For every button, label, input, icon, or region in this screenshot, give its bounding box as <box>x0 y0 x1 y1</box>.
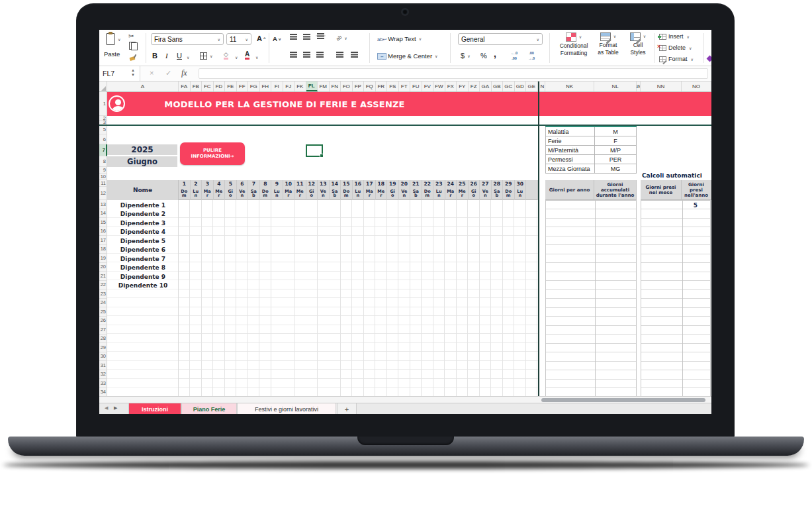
column-header-FF[interactable]: FF <box>237 81 249 91</box>
day-number-30[interactable]: 30 <box>515 180 527 187</box>
selected-cell[interactable] <box>306 144 323 157</box>
day-name-26[interactable]: Gio <box>469 187 480 200</box>
day-number-4[interactable]: 4 <box>214 180 226 187</box>
column-header-FP[interactable]: FP <box>353 81 365 91</box>
calc-block-month[interactable] <box>641 200 711 397</box>
employee-name-cell[interactable]: Dipendente 1 <box>107 201 179 210</box>
day-name-13[interactable]: Ven <box>318 187 330 200</box>
column-header-FE[interactable]: FE <box>225 81 237 91</box>
day-name-24[interactable]: Mar <box>445 187 457 200</box>
format-as-table-button[interactable]: ∨ Format as Table <box>592 32 625 56</box>
increase-decimal-button[interactable]: ←.0.00 <box>511 52 518 60</box>
chevron-down-icon[interactable]: ∨ <box>255 55 258 60</box>
column-header-FH[interactable]: FH <box>260 81 272 91</box>
month-cell[interactable]: Giugno <box>107 156 177 167</box>
column-header-FJ[interactable]: FJ <box>283 81 295 91</box>
column-header-GE[interactable]: GE <box>526 81 538 91</box>
sheet-tab-festivi-e-giorni-lavorativi[interactable]: Festivi e giorni lavorativi <box>237 403 336 414</box>
pane-split-line[interactable] <box>538 81 539 396</box>
column-header-FB[interactable]: FB <box>191 81 203 91</box>
calc-header-3[interactable]: Giorni presi nell'anno <box>682 180 711 200</box>
insert-function-button[interactable]: fx <box>181 68 187 78</box>
fill-color-button[interactable] <box>224 52 228 60</box>
day-number-21[interactable]: 21 <box>410 180 422 187</box>
cancel-icon[interactable]: × <box>150 69 154 77</box>
day-number-12[interactable]: 12 <box>306 180 318 187</box>
row-header-10[interactable]: 10 <box>99 174 107 180</box>
column-header-NK[interactable]: NK <box>545 81 594 91</box>
day-number-18[interactable]: 18 <box>376 180 388 187</box>
day-name-15[interactable]: Dom <box>341 187 353 200</box>
calc-block-year[interactable] <box>545 200 637 397</box>
column-header-FX[interactable]: FX <box>445 81 457 91</box>
day-name-7[interactable]: Sab <box>248 187 260 200</box>
day-name-2[interactable]: Lun <box>191 187 203 200</box>
column-header-FV[interactable]: FV <box>422 81 434 91</box>
day-number-27[interactable]: 27 <box>480 180 492 187</box>
sheet-tab-istruzioni[interactable]: Istruzioni <box>128 403 181 414</box>
row-header-31[interactable]: 31 <box>99 361 107 370</box>
row-header-16[interactable]: 16 <box>99 227 107 236</box>
calc-header-2[interactable]: Giorni presi nel mese <box>641 180 682 200</box>
column-header-FZ[interactable]: FZ <box>469 81 480 91</box>
day-name-14[interactable]: Sab <box>330 187 341 200</box>
column-header-A[interactable]: A <box>107 81 179 91</box>
legend-code[interactable]: F <box>595 136 636 145</box>
employee-name-cell[interactable]: Dipendente 9 <box>107 272 179 282</box>
day-number-3[interactable]: 3 <box>202 180 214 187</box>
column-header-FU[interactable]: FU <box>410 81 422 91</box>
legend-label[interactable]: Malattia <box>546 127 595 136</box>
row-header-18[interactable]: 18 <box>99 245 107 254</box>
clear-info-button[interactable]: PULIRE INFORMAZIONI→ <box>180 142 245 165</box>
day-name-21[interactable]: Sab <box>410 187 422 200</box>
legend-code[interactable]: PER <box>595 155 636 164</box>
calc-header-1[interactable]: Giorni accumulati durante l'anno <box>594 180 637 200</box>
day-number-13[interactable]: 13 <box>318 180 330 187</box>
day-number-29[interactable]: 29 <box>503 180 515 187</box>
column-header-N[interactable]: N <box>540 81 545 91</box>
column-header-GD[interactable]: GD <box>515 81 527 91</box>
borders-button[interactable]: ∨ <box>200 52 212 60</box>
column-header-NL[interactable]: NL <box>594 81 637 91</box>
day-number-23[interactable]: 23 <box>433 180 445 187</box>
insert-cells-button[interactable]: Insert∨ <box>659 33 690 40</box>
day-number-8[interactable]: 8 <box>260 180 272 187</box>
day-name-23[interactable]: Lun <box>433 187 445 200</box>
enter-icon[interactable]: ✓ <box>165 69 171 78</box>
paste-label[interactable]: Paste <box>104 50 120 58</box>
day-name-6[interactable]: Ven <box>237 187 249 200</box>
delete-cells-button[interactable]: Delete∨ <box>659 44 692 51</box>
tab-scroll-right-icon[interactable]: ▶ <box>114 405 117 411</box>
day-number-7[interactable]: 7 <box>248 180 260 187</box>
row-header-21[interactable]: 21 <box>99 272 107 281</box>
grow-font-button[interactable]: A <box>257 34 265 42</box>
employee-name-cell[interactable]: Dipendente 6 <box>107 246 179 255</box>
day-number-19[interactable]: 19 <box>387 180 399 187</box>
column-header-FW[interactable]: FW <box>433 81 445 91</box>
column-header-FM[interactable]: FM <box>318 81 330 91</box>
column-header-FC[interactable]: FC <box>202 81 214 91</box>
merge-center-button[interactable]: Merge & Center ∨ <box>377 52 437 60</box>
day-name-19[interactable]: Gio <box>387 187 399 200</box>
legend-label[interactable]: M/Paternità <box>546 146 595 154</box>
row-header-23[interactable]: 23 <box>99 289 107 299</box>
day-name-1[interactable]: Dom <box>179 187 191 200</box>
day-name-28[interactable]: Sab <box>492 187 504 200</box>
employee-name-cell[interactable]: Dipendente 5 <box>107 236 179 246</box>
sheet-tab-piano-ferie[interactable]: Piano Ferie <box>181 403 237 414</box>
column-header-GC[interactable]: GC <box>503 81 515 91</box>
day-name-12[interactable]: Gio <box>306 187 318 200</box>
column-header-FR[interactable]: FR <box>376 81 388 91</box>
column-header-FI[interactable]: FI <box>271 81 283 91</box>
employee-name-cell[interactable]: Dipendente 2 <box>107 210 179 219</box>
column-header-NO[interactable]: NO <box>682 81 711 91</box>
day-number-6[interactable]: 6 <box>237 180 249 187</box>
column-header-FD[interactable]: FD <box>214 81 226 91</box>
decrease-decimal-button[interactable]: .00→.0 <box>528 52 535 60</box>
orientation-button[interactable]: ∨ <box>336 35 347 41</box>
day-name-blank[interactable] <box>526 187 538 200</box>
day-number-9[interactable]: 9 <box>271 180 283 187</box>
format-painter-icon[interactable] <box>129 54 137 62</box>
accounting-format-button[interactable]: $∨ <box>461 52 471 60</box>
calc-value-cell[interactable]: 5 <box>682 201 709 209</box>
